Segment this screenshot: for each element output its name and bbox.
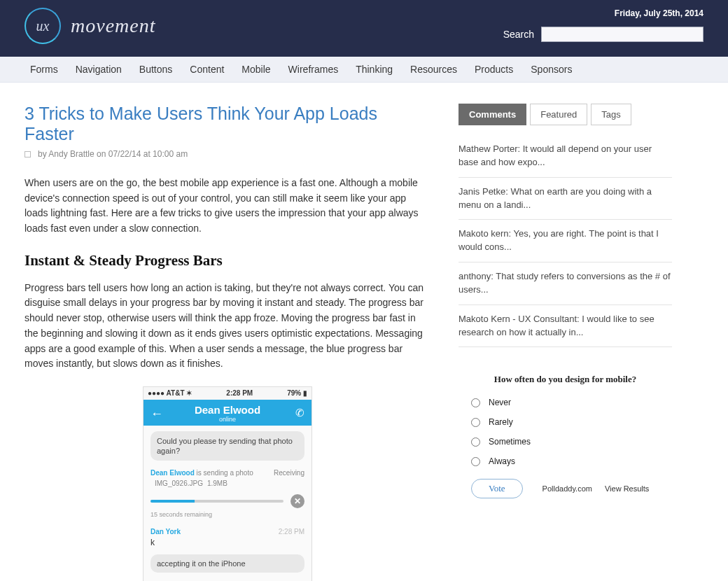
poll-widget: How often do you design for mobile? Neve… xyxy=(458,374,672,498)
phone-icon: ✆ xyxy=(295,407,304,419)
poll-option-rarely[interactable]: Rarely xyxy=(471,417,672,427)
meta-icon xyxy=(24,151,31,158)
file-name: IMG_0926.JPG1.9MB xyxy=(150,479,304,487)
article-heading: Instant & Steady Progress Bars xyxy=(24,252,430,270)
polldaddy-link[interactable]: Polldaddy.com xyxy=(542,484,592,493)
reply-time: 2:28 PM xyxy=(279,528,304,536)
poll-option-sometimes[interactable]: Sometimes xyxy=(471,437,672,447)
comment-item[interactable]: Makoto kern: Yes, you are right. The poi… xyxy=(458,220,672,262)
article-intro: When users are on the go, the best mobil… xyxy=(24,176,430,237)
reply-text: k xyxy=(150,538,304,547)
sender-name: Dean Elwood xyxy=(150,469,195,477)
upload-progress-bar xyxy=(150,500,284,503)
vote-button[interactable]: Vote xyxy=(471,479,523,498)
phone-mockup: ●●●● AT&T ✶ 2:28 PM 79% ▮ ← Dean Elwood … xyxy=(144,387,312,581)
primary-nav: Forms Navigation Buttons Content Mobile … xyxy=(24,57,704,82)
tab-featured[interactable]: Featured xyxy=(530,104,587,125)
search-input[interactable] xyxy=(541,27,704,42)
comment-item[interactable]: Makoto Kern - UX Consultant: I would lik… xyxy=(458,305,672,348)
article-byline: by Andy Brattle on 07/22/14 at 10:00 am xyxy=(38,149,188,159)
reply-sender: Dan York xyxy=(150,528,181,536)
time-remaining: 15 seconds remaining xyxy=(150,511,304,518)
incoming-message: Could you please try sending that photo … xyxy=(150,431,304,461)
poll-option-never[interactable]: Never xyxy=(471,398,672,407)
nav-sponsors[interactable]: Sponsors xyxy=(531,64,572,75)
article-title[interactable]: 3 Tricks to Make Users Think Your App Lo… xyxy=(24,104,430,144)
comment-item[interactable]: anthony: That study refers to conversion… xyxy=(458,262,672,305)
poll-option-always[interactable]: Always xyxy=(471,456,672,466)
nav-thinking[interactable]: Thinking xyxy=(356,64,393,75)
nav-resources[interactable]: Resources xyxy=(410,64,457,75)
nav-content[interactable]: Content xyxy=(190,64,224,75)
reply-bubble: accepting it on the iPhone xyxy=(150,554,304,573)
site-logo[interactable]: ux movement xyxy=(24,8,156,44)
nav-mobile[interactable]: Mobile xyxy=(241,64,270,75)
receiving-label: Receiving xyxy=(274,469,304,477)
poll-question: How often do you design for mobile? xyxy=(458,374,672,385)
contact-name: Dean Elwood xyxy=(144,404,312,416)
status-time: 2:28 PM xyxy=(226,389,253,397)
article-paragraph: Progress bars tell users how long an act… xyxy=(24,281,430,372)
nav-forms[interactable]: Forms xyxy=(30,64,58,75)
logo-text: movement xyxy=(71,15,156,37)
nav-buttons[interactable]: Buttons xyxy=(139,64,172,75)
nav-products[interactable]: Products xyxy=(475,64,513,75)
tab-tags[interactable]: Tags xyxy=(591,104,631,125)
status-carrier: ●●●● AT&T ✶ xyxy=(148,389,192,397)
search-label: Search xyxy=(503,29,534,40)
contact-status: online xyxy=(144,416,312,423)
comment-item[interactable]: Mathew Porter: It would all depend on yo… xyxy=(458,135,672,178)
current-date: Friday, July 25th, 2014 xyxy=(615,8,704,18)
comments-list: Mathew Porter: It would all depend on yo… xyxy=(458,135,672,347)
comment-item[interactable]: Janis Petke: What on earth are you doing… xyxy=(458,178,672,220)
tab-comments[interactable]: Comments xyxy=(458,104,526,125)
nav-navigation[interactable]: Navigation xyxy=(76,64,122,75)
status-battery: 79% ▮ xyxy=(287,389,307,397)
sending-label: is sending a photo xyxy=(197,469,253,477)
logo-badge: ux xyxy=(24,8,61,44)
sidebar-tabs: Comments Featured Tags xyxy=(458,104,672,125)
cancel-icon: ✕ xyxy=(290,494,304,508)
search-area: Search xyxy=(503,27,704,42)
nav-wireframes[interactable]: Wireframes xyxy=(288,64,339,75)
view-results-link[interactable]: View Results xyxy=(605,484,649,493)
